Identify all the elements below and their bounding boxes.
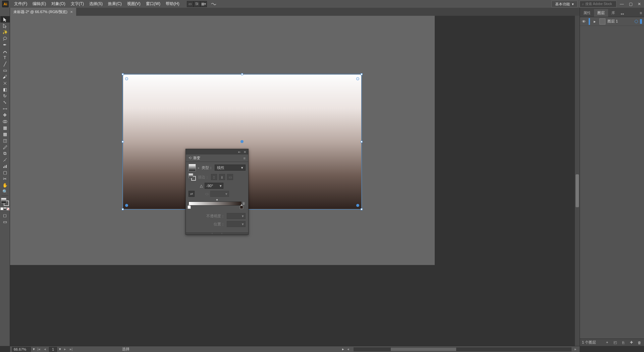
color-mode-none[interactable] xyxy=(6,207,9,210)
fill-swatch[interactable] xyxy=(1,198,6,203)
artboard-dropdown-icon[interactable]: ▾ xyxy=(59,347,61,351)
stock-icon[interactable]: St xyxy=(194,1,200,7)
artboard-number[interactable]: 1 xyxy=(49,347,57,352)
menu-file[interactable]: 文件(F) xyxy=(11,0,30,8)
lasso-tool[interactable] xyxy=(0,35,10,42)
handle-nw[interactable] xyxy=(122,73,124,75)
locate-object-icon[interactable]: ⌖ xyxy=(604,340,610,345)
menu-select[interactable]: 选择(S) xyxy=(87,0,105,8)
anchor-sw[interactable] xyxy=(125,204,128,207)
target-icon[interactable] xyxy=(635,20,638,23)
visibility-toggle-icon[interactable]: 👁 xyxy=(582,19,587,24)
shape-builder-tool[interactable] xyxy=(0,118,10,125)
collapse-panel-icon[interactable]: ◂◂ xyxy=(619,11,626,17)
line-tool[interactable]: ╱ xyxy=(0,61,10,67)
rectangle-tool[interactable]: ▭ xyxy=(0,67,10,74)
layer-row[interactable]: 👁 ▸ 图层 1 xyxy=(580,17,644,26)
zoom-dropdown-icon[interactable]: ▾ xyxy=(33,347,35,351)
fill-stroke-swatch[interactable] xyxy=(1,198,9,206)
handle-ne[interactable] xyxy=(361,73,363,75)
handle-sw[interactable] xyxy=(122,208,124,210)
draw-mode-normal[interactable]: ◻ xyxy=(0,212,10,219)
screen-mode[interactable]: ▭ xyxy=(0,219,10,225)
artboard-tool[interactable]: ▢ xyxy=(0,169,10,176)
collapse-icon[interactable]: ⇤ xyxy=(237,150,241,154)
anchor-se[interactable] xyxy=(356,204,359,207)
anchor-center[interactable] xyxy=(240,140,244,143)
width-tool[interactable] xyxy=(0,105,10,112)
anchor-nw[interactable] xyxy=(125,77,128,80)
status-menu-icon[interactable]: ▸ xyxy=(342,347,344,351)
menu-object[interactable]: 对象(O) xyxy=(49,0,68,8)
rotate-tool[interactable]: ↻ xyxy=(0,93,10,99)
color-mode-gradient[interactable] xyxy=(3,207,6,210)
free-transform-tool[interactable]: ✥ xyxy=(0,112,10,118)
scrollbar-thumb[interactable] xyxy=(576,174,579,207)
prev-artboard-icon[interactable]: ◂ xyxy=(43,347,47,351)
menu-effect[interactable]: 效果(C) xyxy=(105,0,124,8)
handle-e[interactable] xyxy=(361,141,363,143)
selection-tool[interactable] xyxy=(0,16,10,23)
next-artboard-icon[interactable]: ▸ xyxy=(63,347,67,351)
swatch-dropdown-icon[interactable]: ▸ xyxy=(198,166,200,170)
gradient-tool[interactable]: ◫ xyxy=(0,137,10,144)
eyedropper-tool[interactable] xyxy=(0,144,10,150)
gradient-tab[interactable]: 渐变 xyxy=(193,156,200,161)
close-icon[interactable]: ✕ xyxy=(70,10,73,14)
scale-tool[interactable]: ⤡ xyxy=(0,99,10,105)
pen-tool[interactable]: ✒ xyxy=(0,42,10,48)
gradient-swatch[interactable] xyxy=(189,164,196,171)
handle-w[interactable] xyxy=(122,141,124,143)
type-dropdown[interactable]: 线性 ▾ xyxy=(215,165,246,171)
gpu-icon[interactable] xyxy=(210,1,217,7)
clipping-mask-icon[interactable]: ◰ xyxy=(612,340,618,345)
last-artboard-icon[interactable]: ▸| xyxy=(69,347,73,351)
menu-type[interactable]: 文字(T) xyxy=(68,0,87,8)
paintbrush-tool[interactable]: 🖌 xyxy=(0,74,10,80)
type-tool[interactable]: T xyxy=(0,54,10,61)
reverse-gradient-icon[interactable]: ⇄ xyxy=(189,191,195,197)
perspective-grid-tool[interactable]: ▦ xyxy=(0,125,10,131)
hand-tool[interactable]: ✋ xyxy=(0,182,10,188)
close-icon[interactable]: ✕ xyxy=(243,150,247,154)
new-sublayer-icon[interactable]: ⎘ xyxy=(621,340,626,345)
workspace-switcher[interactable]: 基本功能 ▾ xyxy=(551,1,578,7)
horizontal-scrollbar[interactable] xyxy=(354,347,572,351)
tab-libraries[interactable]: 库 xyxy=(608,9,619,17)
menu-edit[interactable]: 编辑(E) xyxy=(30,0,49,8)
delete-stop-icon[interactable]: 🗑 xyxy=(242,202,246,206)
doc-icon[interactable]: ▭ xyxy=(187,1,194,7)
link-icon[interactable]: ⟲ xyxy=(189,156,192,160)
color-mode-solid[interactable] xyxy=(0,207,3,210)
minimize-button[interactable]: — xyxy=(619,1,625,7)
maximize-button[interactable]: ▢ xyxy=(627,1,634,7)
close-button[interactable]: ✕ xyxy=(636,1,643,7)
mesh-tool[interactable]: ▩ xyxy=(0,131,10,137)
selection-indicator[interactable] xyxy=(640,19,642,24)
layer-name[interactable]: 图层 1 xyxy=(607,19,633,24)
gradient-slider[interactable]: 🗑 xyxy=(189,200,246,210)
symbol-sprayer-tool[interactable] xyxy=(0,157,10,163)
shaper-tool[interactable] xyxy=(0,80,10,86)
arrange-icon[interactable]: ▦▾ xyxy=(200,1,207,7)
anchor-ne[interactable] xyxy=(356,77,359,80)
blend-tool[interactable]: ⧉ xyxy=(0,150,10,157)
eraser-tool[interactable]: ◧ xyxy=(0,86,10,93)
panel-resize-grip[interactable] xyxy=(186,232,248,234)
menu-help[interactable]: 帮助(H) xyxy=(163,0,182,8)
direct-selection-tool[interactable] xyxy=(0,23,10,29)
slice-tool[interactable]: ✂ xyxy=(0,176,10,182)
angle-input[interactable]: -90° ▾ xyxy=(205,183,223,189)
fill-stroke-mini[interactable] xyxy=(189,173,196,181)
tab-layers[interactable]: 图层 xyxy=(594,9,608,17)
panel-menu-icon[interactable]: ≡ xyxy=(638,9,644,17)
scroll-right-icon[interactable]: ▸ xyxy=(574,347,578,351)
tab-properties[interactable]: 属性 xyxy=(580,9,594,17)
scrollbar-thumb[interactable] xyxy=(391,348,456,351)
panel-menu-icon[interactable]: ≡ xyxy=(244,156,246,160)
gradient-midpoint[interactable] xyxy=(216,199,218,201)
vertical-scrollbar[interactable] xyxy=(575,16,580,346)
handle-se[interactable] xyxy=(361,208,363,210)
zoom-tool[interactable]: 🔍 xyxy=(0,188,10,195)
scroll-left-icon[interactable]: ◂ xyxy=(346,347,350,351)
